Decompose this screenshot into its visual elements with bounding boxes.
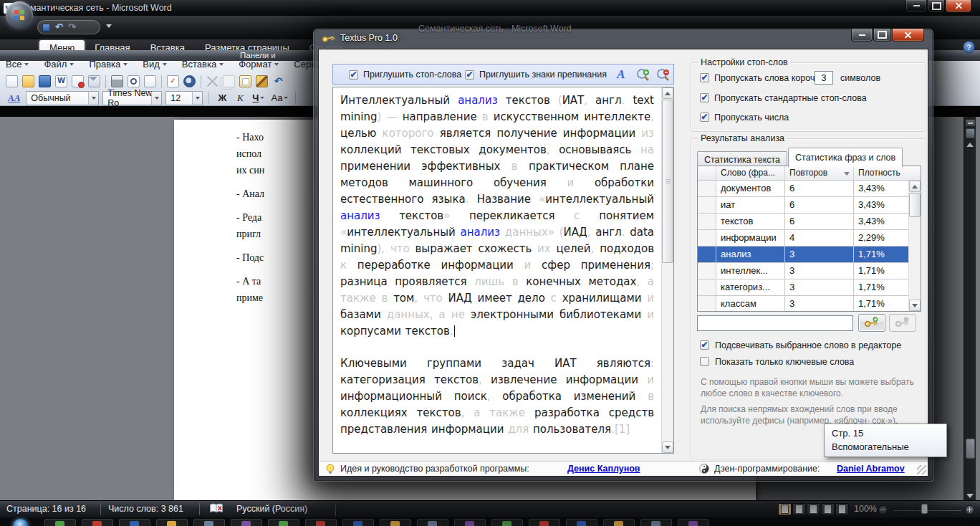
remove-keyword-button[interactable]: [889, 314, 916, 332]
reading-view-icon[interactable]: [792, 503, 806, 515]
style-combo[interactable]: Обычный: [26, 91, 99, 105]
open-icon[interactable]: [21, 74, 36, 89]
scroll-up-icon[interactable]: [966, 143, 974, 147]
table-row[interactable]: информации42,29%: [698, 230, 908, 247]
repeats-column-header[interactable]: Повторов: [785, 166, 854, 180]
copy-icon[interactable]: [221, 74, 236, 89]
taskbar-app[interactable]: [417, 519, 448, 526]
taskbar-app[interactable]: [678, 519, 709, 526]
save-icon[interactable]: [37, 74, 52, 89]
scroll-down-icon[interactable]: [662, 441, 673, 453]
taskbar-app[interactable]: [491, 519, 523, 526]
add-keyword-button[interactable]: [858, 314, 885, 332]
table-row[interactable]: иат63,43%: [698, 197, 908, 214]
taskbar-app[interactable]: [268, 519, 299, 526]
zoom-out-text-icon[interactable]: [655, 67, 671, 82]
page-setup-icon[interactable]: [143, 74, 158, 89]
language-status[interactable]: Русский (Россия): [236, 504, 307, 514]
taskbar-app[interactable]: [640, 519, 672, 526]
format-painter-icon[interactable]: [254, 74, 269, 89]
taskbar-app[interactable]: [380, 519, 411, 526]
print-layout-view-icon[interactable]: [778, 503, 792, 515]
spellcheck-icon[interactable]: ✓: [165, 74, 181, 89]
taskbar-app[interactable]: [454, 519, 486, 526]
draft-view-icon[interactable]: [835, 503, 849, 515]
resize-grip[interactable]: [917, 465, 926, 474]
office-button[interactable]: [6, 1, 33, 29]
table-row[interactable]: анализ31,71%: [698, 247, 908, 263]
scrollbar-thumb[interactable]: [909, 193, 921, 217]
highlight-selected-checkbox[interactable]: [700, 340, 709, 350]
table-row[interactable]: классам31,71%: [698, 296, 908, 311]
spellcheck-status-icon[interactable]: [209, 502, 224, 517]
font-combo[interactable]: Times New Ro: [102, 91, 162, 105]
scroll-down-icon[interactable]: [966, 494, 974, 498]
underline-button[interactable]: Ч: [251, 91, 266, 105]
print-icon[interactable]: [110, 74, 125, 89]
text-editor[interactable]: Интеллектуальный анализ текстов (ИАТ, ан…: [332, 87, 674, 454]
page-count-status[interactable]: Страница: 16 из 16: [6, 504, 86, 514]
close-button[interactable]: [892, 29, 924, 42]
tab-word-stats[interactable]: Статистика фраз и слов: [788, 148, 903, 167]
table-row[interactable]: документов63,43%: [698, 181, 908, 197]
table-scrollbar[interactable]: [908, 181, 921, 311]
scroll-up-icon[interactable]: [662, 87, 673, 99]
maximize-button[interactable]: [928, 0, 945, 12]
paste-icon[interactable]: [238, 74, 253, 89]
italic-button[interactable]: К: [233, 91, 247, 105]
skip-numbers-checkbox[interactable]: [700, 113, 709, 122]
zoom-slider-track[interactable]: [894, 510, 961, 511]
taskbar-app[interactable]: [119, 519, 150, 526]
styles-button[interactable]: АА: [6, 92, 22, 105]
export-word-icon[interactable]: W: [54, 74, 69, 89]
change-case-button[interactable]: Aa: [269, 91, 289, 105]
browse-object-icon[interactable]: [966, 128, 975, 138]
zoom-in-icon[interactable]: [965, 505, 974, 515]
taskbar-app[interactable]: [193, 519, 225, 526]
keyword-input[interactable]: [697, 315, 853, 331]
zoom-in-text-icon[interactable]: [635, 67, 650, 82]
taskbar-app[interactable]: [529, 519, 560, 526]
close-button[interactable]: [946, 0, 971, 12]
skip-standard-stopwords-checkbox[interactable]: [700, 93, 709, 102]
table-row[interactable]: текстов63,43%: [698, 214, 908, 230]
bold-button[interactable]: Ж: [215, 91, 229, 105]
new-document-icon[interactable]: [4, 74, 19, 89]
help-icon[interactable]: ?: [963, 41, 975, 53]
taskbar-app[interactable]: [603, 519, 635, 526]
print-preview-icon[interactable]: [126, 74, 141, 89]
web-layout-view-icon[interactable]: [807, 503, 820, 515]
row-selector-header[interactable]: [698, 166, 716, 180]
density-column-header[interactable]: Плотность: [854, 166, 909, 180]
scrollbar-thumb[interactable]: [966, 439, 975, 459]
mute-punctuation-checkbox[interactable]: [465, 70, 474, 80]
mail-icon[interactable]: [87, 74, 102, 89]
skip-short-words-checkbox[interactable]: [700, 73, 709, 82]
taskbar-app[interactable]: [342, 519, 374, 526]
undo-icon[interactable]: ↶: [55, 21, 63, 34]
close-document-icon[interactable]: [70, 74, 85, 89]
zoom-out-icon[interactable]: [878, 505, 888, 515]
word-vertical-scrollbar[interactable]: [964, 117, 976, 500]
zoom-slider-thumb[interactable]: [921, 504, 928, 514]
scrollbar-thumb[interactable]: [662, 100, 673, 263]
undo-icon[interactable]: ↶: [271, 74, 286, 89]
taskbar-app[interactable]: [566, 519, 597, 526]
editor-scrollbar[interactable]: [661, 87, 673, 453]
outline-view-icon[interactable]: [821, 503, 835, 515]
ruler-toggle-icon[interactable]: [966, 120, 975, 126]
maximize-button[interactable]: [873, 29, 891, 42]
minimize-button[interactable]: [905, 0, 927, 12]
taskbar-app[interactable]: [82, 519, 113, 526]
zoom-level[interactable]: 100%: [854, 504, 877, 514]
redo-icon[interactable]: ↷: [68, 21, 76, 34]
scroll-down-icon[interactable]: [909, 300, 921, 311]
mute-stopwords-checkbox[interactable]: [349, 70, 358, 80]
word-column-header[interactable]: Слово (фра...: [716, 166, 785, 180]
cut-icon[interactable]: [205, 74, 220, 89]
start-button[interactable]: [13, 519, 28, 526]
min-word-length-input[interactable]: [815, 71, 833, 85]
minimize-button[interactable]: [851, 29, 873, 42]
save-icon[interactable]: [42, 24, 50, 32]
taskbar-app[interactable]: [305, 519, 337, 526]
